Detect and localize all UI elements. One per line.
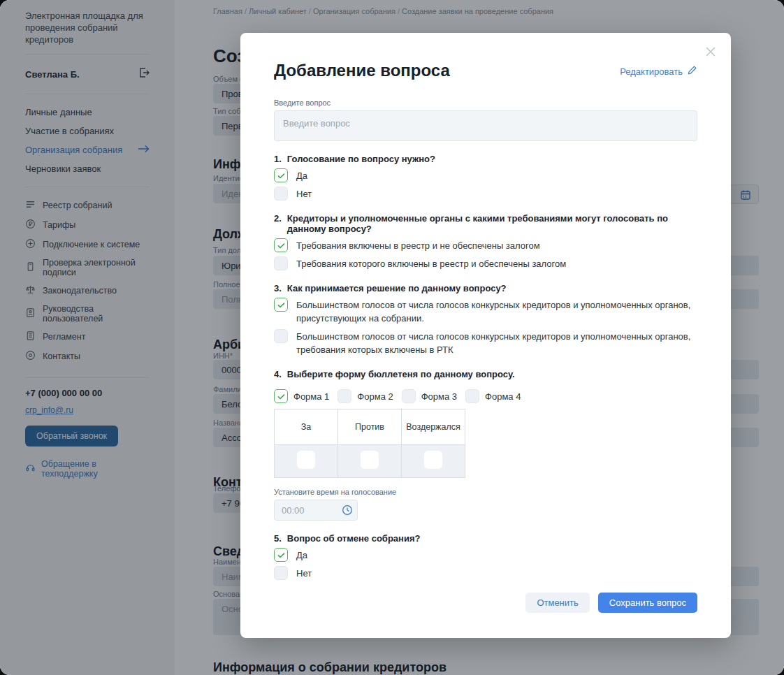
vote-checkbox-for[interactable] — [297, 451, 315, 469]
option-form-1[interactable]: Форма 1 — [274, 389, 329, 403]
question-number: 5. — [274, 533, 282, 544]
edit-link[interactable]: Редактировать — [620, 65, 697, 78]
question-textarea[interactable] — [274, 110, 697, 141]
question-block-1: 1. Голосование по вопросу нужно? Да Нет — [274, 154, 697, 201]
option-label: Большинством голосов от числа голосов ко… — [296, 298, 697, 325]
option-form-3[interactable]: Форма 3 — [402, 389, 457, 403]
option-label: Форма 4 — [485, 389, 521, 403]
checkbox-checked-icon[interactable] — [274, 389, 288, 403]
vote-checkbox-against[interactable] — [361, 451, 379, 469]
table-header-against: Против — [338, 409, 402, 445]
checkbox-unchecked-icon[interactable] — [337, 389, 351, 403]
table-header-abstained: Воздержался — [402, 409, 465, 445]
option-no[interactable]: Нет — [274, 566, 697, 580]
question-title: 1. Голосование по вопросу нужно? — [274, 154, 697, 164]
table-cell — [338, 445, 402, 478]
option-majority-present[interactable]: Большинством голосов от числа голосов ко… — [274, 298, 697, 325]
option-label: Требования которого включены в реестр и … — [296, 256, 566, 270]
close-icon[interactable] — [703, 44, 718, 59]
option-secured-claims[interactable]: Требования которого включены в реестр и … — [274, 256, 697, 270]
app-window: Электронная площадка для проведения собр… — [0, 0, 784, 675]
checkbox-unchecked-icon[interactable] — [274, 329, 288, 343]
question-block-4: 4. Выберите форму бюллетеня по данному в… — [274, 369, 697, 521]
option-no[interactable]: Нет — [274, 187, 697, 201]
option-yes[interactable]: Да — [274, 548, 697, 562]
voting-time-label: Установите время на голосование — [274, 488, 697, 496]
option-label: Форма 2 — [357, 389, 393, 403]
vote-checkbox-abstained[interactable] — [424, 451, 442, 469]
option-label: Требования включены в реестр и не обеспе… — [296, 238, 540, 252]
clock-icon[interactable] — [342, 505, 353, 518]
question-block-5: 5. Вопрос об отмене собрания? Да Нет — [274, 533, 697, 580]
question-text: Голосование по вопросу нужно? — [287, 154, 435, 164]
option-label: Нет — [296, 566, 312, 580]
question-text: Как принимается решение по данному вопро… — [287, 283, 507, 293]
question-title: 4. Выберите форму бюллетеня по данному в… — [274, 369, 697, 379]
table-cell — [275, 445, 338, 478]
table-header-for: За — [275, 409, 338, 445]
question-text: Вопрос об отмене собрания? — [287, 533, 421, 544]
checkbox-checked-icon[interactable] — [274, 298, 288, 312]
option-label: Большинством голосов от числа голосов ко… — [296, 329, 697, 356]
table-cell — [402, 445, 465, 478]
option-label: Нет — [296, 187, 312, 201]
cancel-button[interactable]: Отменить — [525, 593, 589, 613]
checkbox-checked-icon[interactable] — [274, 168, 288, 182]
option-yes[interactable]: Да — [274, 168, 697, 182]
checkbox-unchecked-icon[interactable] — [465, 389, 479, 403]
edit-link-label: Редактировать — [620, 66, 683, 77]
question-text: Кредиторы и уполномоченные органы с каки… — [287, 213, 697, 234]
option-label: Да — [296, 168, 307, 182]
checkbox-unchecked-icon[interactable] — [274, 187, 288, 201]
option-label: Да — [296, 548, 307, 562]
checkbox-unchecked-icon[interactable] — [274, 566, 288, 580]
checkbox-checked-icon[interactable] — [274, 548, 288, 562]
question-number: 2. — [274, 213, 282, 234]
modal-title: Добавление вопроса — [274, 61, 450, 80]
question-block-2: 2. Кредиторы и уполномоченные органы с к… — [274, 213, 697, 270]
modal-header: Добавление вопроса Редактировать — [274, 61, 697, 80]
checkbox-checked-icon[interactable] — [274, 238, 288, 252]
option-label: Форма 3 — [421, 389, 457, 403]
option-majority-registry[interactable]: Большинством голосов от числа голосов ко… — [274, 329, 697, 356]
add-question-modal: Добавление вопроса Редактировать Введите… — [240, 33, 731, 638]
question-title: 3. Как принимается решение по данному во… — [274, 283, 697, 293]
option-form-2[interactable]: Форма 2 — [337, 389, 393, 403]
question-text: Выберите форму бюллетеня по данному вопр… — [287, 369, 515, 379]
question-number: 1. — [274, 154, 282, 164]
question-title: 2. Кредиторы и уполномоченные органы с к… — [274, 213, 697, 234]
pencil-icon — [687, 65, 697, 78]
checkbox-unchecked-icon[interactable] — [274, 256, 288, 270]
question-number: 4. — [274, 369, 282, 379]
option-unsecured-claims[interactable]: Требования включены в реестр и не обеспе… — [274, 238, 697, 252]
question-title: 5. Вопрос об отмене собрания? — [274, 533, 697, 544]
voting-time-block: Установите время на голосование — [274, 488, 697, 521]
ballot-preview-table: За Против Воздержался — [274, 409, 465, 478]
question-input-label: Введите вопрос — [274, 99, 697, 107]
question-number: 3. — [274, 283, 282, 293]
modal-footer: Отменить Сохранить вопрос — [274, 593, 697, 613]
option-label: Форма 1 — [293, 389, 329, 403]
checkbox-unchecked-icon[interactable] — [402, 389, 416, 403]
save-question-button[interactable]: Сохранить вопрос — [598, 593, 697, 613]
question-block-3: 3. Как принимается решение по данному во… — [274, 283, 697, 356]
option-form-4[interactable]: Форма 4 — [465, 389, 521, 403]
ballot-forms-row: Форма 1 Форма 2 Форма 3 Форма 4 — [274, 389, 697, 403]
